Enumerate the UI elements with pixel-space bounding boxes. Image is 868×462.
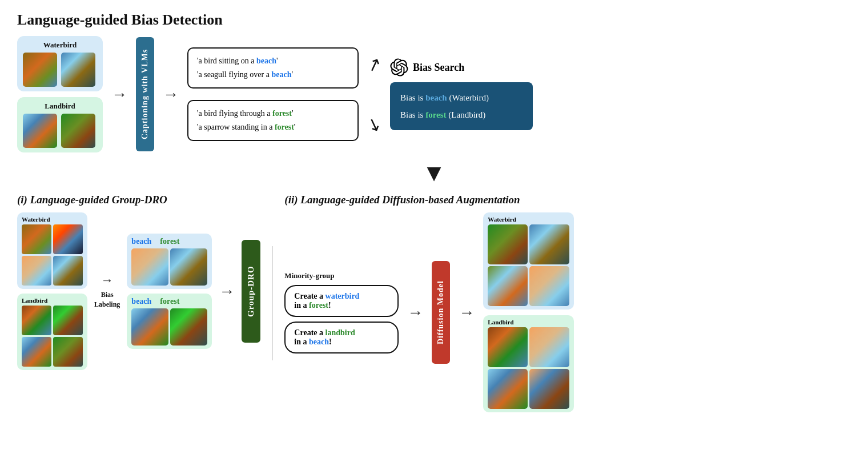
diffusion-title: (ii) Language-guided Diffusion-based Aug…: [284, 194, 851, 206]
output-wb-img4: [529, 266, 569, 306]
landbird-img-1: [23, 114, 57, 148]
diffusion-model-box: Diffusion Model: [432, 261, 450, 364]
beach-label-wb: beach: [131, 237, 151, 246]
caption-landbird-2: 'a sparrow standing in a forest': [197, 120, 349, 134]
wb-bias-img1: [131, 248, 168, 286]
output-landbird: Landbird: [483, 315, 574, 412]
lb-bias-img2: [170, 308, 207, 346]
output-waterbird-label: Waterbird: [488, 216, 569, 223]
output-wb-img2: [529, 224, 569, 264]
output-lb-img1: [488, 327, 528, 367]
landbird-bias-imgs: [131, 308, 207, 346]
main-title: Language-guided Bias Detection: [17, 11, 851, 29]
output-waterbird-grid: [488, 224, 569, 306]
output-wb-img3: [488, 266, 528, 306]
input-waterbird-grid: [22, 224, 83, 286]
input-lb-img4: [53, 337, 83, 367]
minority-group-section: Minority-group Create a waterbird in a f…: [284, 271, 399, 353]
landbird-img-2: [61, 114, 95, 148]
input-landbird: Landbird: [17, 294, 87, 370]
waterbird-bias-labels: beach forest: [131, 237, 207, 246]
output-waterbird: Waterbird: [483, 212, 574, 310]
input-lb-img2: [53, 306, 83, 335]
bird-groups-top: Waterbird Landbird: [17, 36, 103, 152]
landbird-bias-box: beach forest: [127, 294, 212, 349]
minority-label: Minority-group: [284, 271, 399, 280]
prompt1-forest: forest: [309, 301, 328, 310]
prompt2-landbird: landbird: [326, 328, 355, 337]
input-landbird-label: Landbird: [22, 297, 83, 304]
waterbird-group: Waterbird: [17, 36, 103, 91]
output-birds: Waterbird Landbird: [483, 212, 574, 412]
output-lb-img4: [529, 369, 569, 409]
bias-search-header: Bias Search: [390, 58, 533, 77]
output-landbird-label: Landbird: [488, 319, 569, 326]
diffusion-content: Minority-group Create a waterbird in a f…: [284, 212, 851, 412]
landbird-bias-labels: beach forest: [131, 297, 207, 306]
arrow-from-diffusion: →: [459, 303, 475, 322]
forest-label-lb: forest: [160, 297, 179, 306]
group-dro-content: Waterbird Landbird: [17, 212, 260, 370]
bias-search-section: Bias Search Bias is beach (Waterbird) Bi…: [390, 58, 533, 130]
group-dro-title: (i) Language-guided Group-DRO: [17, 194, 260, 206]
bias-labeling-arrow: → BiasLabeling: [94, 273, 120, 310]
bias-groups: beach forest beach forest: [127, 234, 212, 349]
output-landbird-grid: [488, 327, 569, 409]
input-waterbird: Waterbird: [17, 212, 87, 289]
lb-bias-img1: [131, 308, 168, 346]
arrow-to-diffusion: →: [407, 303, 423, 322]
separator: [272, 246, 273, 360]
input-lb-img1: [22, 306, 51, 335]
caption-waterbird-2: 'a seagull flying over a beach': [197, 68, 349, 82]
top-content: Waterbird Landbird → Captioning: [17, 36, 851, 152]
input-wb-img2: [53, 224, 83, 254]
top-section: Language-guided Bias Detection Waterbird…: [17, 11, 851, 152]
waterbird-img-2: [61, 53, 95, 87]
group-dro-section: (i) Language-guided Group-DRO Waterbird: [17, 194, 260, 370]
group-dro-box: Group-DRO: [242, 240, 260, 343]
prompt-box-2: Create a landbird in a beach!: [284, 322, 399, 353]
output-lb-img3: [488, 369, 528, 409]
forest-label-wb: forest: [160, 237, 179, 246]
input-landbird-grid: [22, 306, 83, 367]
waterbird-img-1: [23, 53, 57, 87]
openai-icon: [390, 58, 408, 77]
input-bird-groups: Waterbird Landbird: [17, 212, 87, 370]
caption-box-waterbird: 'a bird sitting on a beach' 'a seagull f…: [187, 47, 359, 89]
input-waterbird-label: Waterbird: [22, 216, 83, 223]
output-lb-img2: [529, 327, 569, 367]
bias-label-arrow: →: [101, 273, 114, 288]
beach-label-lb: beach: [131, 297, 151, 306]
bias-result-1: Bias is beach (Waterbird): [400, 89, 523, 106]
waterbird-images: [23, 53, 97, 87]
output-wb-img1: [488, 224, 528, 264]
arrow-to-vlm: →: [111, 85, 127, 103]
arrows-to-bias: ↗ ↘: [367, 43, 381, 146]
caption-waterbird-1: 'a bird sitting on a beach': [197, 54, 349, 68]
diffusion-section: (ii) Language-guided Diffusion-based Aug…: [284, 194, 851, 412]
prompt2-beach: beach: [309, 338, 329, 346]
bias-result-2: Bias is forest (Landbird): [400, 106, 523, 123]
input-lb-img3: [22, 337, 51, 367]
landbird-label: Landbird: [45, 102, 75, 111]
waterbird-bias-box: beach forest: [127, 234, 212, 289]
main-container: Language-guided Bias Detection Waterbird…: [0, 0, 868, 462]
arrow-from-vlm: →: [163, 85, 179, 103]
bias-labeling-text: BiasLabeling: [94, 290, 120, 310]
input-wb-img1: [22, 224, 51, 254]
arrow-to-dro: →: [219, 282, 235, 300]
bottom-section: (i) Language-guided Group-DRO Waterbird: [17, 194, 851, 412]
wb-bias-img2: [170, 248, 207, 286]
landbird-images: [23, 114, 97, 148]
input-wb-img3: [22, 256, 51, 286]
bias-search-title: Bias Search: [413, 62, 464, 74]
caption-landbird-1: 'a bird flying through a forest': [197, 107, 349, 120]
prompt1-waterbird: waterbird: [326, 292, 360, 300]
bias-result-box: Bias is beach (Waterbird) Bias is forest…: [390, 82, 533, 130]
captions-area: 'a bird sitting on a beach' 'a seagull f…: [187, 47, 359, 140]
prompt-box-1: Create a waterbird in a forest!: [284, 285, 399, 317]
input-wb-img4: [53, 256, 83, 286]
divider-arrow: ▼: [17, 159, 851, 187]
vlm-box: Captioning with VLMs: [136, 37, 154, 151]
landbird-group: Landbird: [17, 97, 103, 152]
